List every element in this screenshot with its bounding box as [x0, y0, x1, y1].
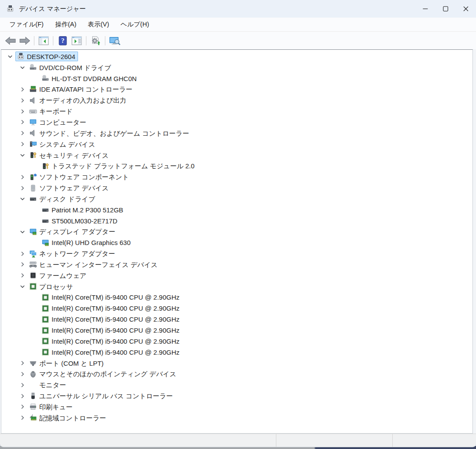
tree-item[interactable]: ソフトウェア デバイス	[1, 182, 472, 193]
chevron-right-icon[interactable]	[17, 370, 28, 378]
tree-item[interactable]: Intel(R) UHD Graphics 630	[1, 237, 472, 248]
tree-item[interactable]: ヒューマン インターフェイス デバイス	[1, 259, 472, 270]
back-button[interactable]	[4, 34, 18, 47]
close-button[interactable]	[456, 0, 476, 18]
chevron-down-icon[interactable]	[5, 53, 15, 60]
tree-item[interactable]: Intel(R) Core(TM) i5-9400 CPU @ 2.90GHz	[1, 303, 472, 314]
system-device-icon	[29, 140, 37, 148]
tree-item[interactable]: HL-DT-ST DVDRAM GHC0N	[1, 73, 472, 84]
chevron-right-icon[interactable]	[17, 141, 28, 148]
tree-item-body: サウンド、ビデオ、およびゲーム コントローラー	[28, 128, 192, 138]
tree-item[interactable]: システム デバイス	[1, 139, 472, 150]
hid-device-icon	[29, 260, 37, 268]
chevron-down-icon[interactable]	[17, 283, 28, 290]
console-tree-icon	[38, 36, 49, 45]
tree-item[interactable]: マウスとそのほかのポインティング デバイス	[1, 368, 472, 379]
tree-item[interactable]: サウンド、ビデオ、およびゲーム コントローラー	[1, 128, 472, 139]
tree-item[interactable]: 記憶域コントローラー	[1, 412, 472, 423]
chevron-right-icon[interactable]	[17, 261, 28, 268]
show-action-pane-button[interactable]	[70, 34, 84, 47]
tree-item-label: トラステッド プラットフォーム モジュール 2.0	[52, 163, 194, 169]
chevron-right-icon[interactable]	[17, 414, 28, 422]
chevron-right-icon[interactable]	[17, 360, 28, 367]
tree-item[interactable]: ソフトウェア コンポーネント	[1, 171, 472, 182]
tree-item-body: トラステッド プラットフォーム モジュール 2.0	[40, 161, 197, 171]
tree-item-body: システム デバイス	[28, 139, 98, 149]
tree-item[interactable]: Intel(R) Core(TM) i5-9400 CPU @ 2.90GHz	[1, 292, 472, 303]
tree-item[interactable]: ポート (COM と LPT)	[1, 358, 472, 369]
menu-file[interactable]: ファイル(F)	[4, 18, 49, 31]
tree-item-label: Intel(R) Core(TM) i5-9400 CPU @ 2.90GHz	[52, 316, 179, 323]
tree-item-label: オーディオの入力および出力	[39, 97, 126, 104]
tree-item-label: ソフトウェア デバイス	[39, 185, 109, 191]
tree-item[interactable]: ファームウェア	[1, 270, 472, 281]
network-adapter-icon	[29, 250, 37, 258]
tree-item[interactable]: コンピューター	[1, 117, 472, 128]
tree-item[interactable]: ユニバーサル シリアル バス コントローラー	[1, 390, 472, 401]
tree-item[interactable]: DVD/CD-ROM ドライブ	[1, 62, 472, 73]
tree-item[interactable]: ディスプレイ アダプター	[1, 226, 472, 237]
tree-item-label: システム デバイス	[39, 141, 95, 148]
chevron-right-icon[interactable]	[17, 130, 28, 137]
cpu-icon	[29, 282, 37, 290]
tree-item[interactable]: ネットワーク アダプター	[1, 248, 472, 259]
tree-item[interactable]: ST500LM030-2E717D	[1, 215, 472, 226]
chevron-right-icon[interactable]	[17, 184, 28, 192]
chevron-right-icon[interactable]	[17, 108, 28, 115]
content-area: DESKTOP-2604DVD/CD-ROM ドライブHL-DT-ST DVDR…	[0, 49, 476, 434]
chevron-right-icon[interactable]	[17, 85, 28, 93]
cd-drive-icon	[41, 74, 49, 82]
tree-item-body: マウスとそのほかのポインティング デバイス	[28, 369, 179, 379]
speaker-icon	[29, 96, 37, 104]
maximize-button[interactable]	[435, 0, 456, 18]
tree-item[interactable]: オーディオの入力および出力	[1, 95, 472, 106]
chevron-down-icon[interactable]	[17, 152, 28, 159]
chevron-down-icon[interactable]	[17, 228, 28, 235]
chevron-right-icon[interactable]	[17, 403, 28, 411]
chevron-right-icon[interactable]	[17, 250, 28, 257]
minimize-button[interactable]	[415, 0, 435, 18]
tree-item[interactable]: キーボード	[1, 106, 472, 117]
tree-item-label: ファームウェア	[39, 272, 86, 279]
menu-view[interactable]: 表示(V)	[82, 18, 115, 31]
tree-item[interactable]: IDE ATA/ATAPI コントローラー	[1, 84, 472, 95]
help-button[interactable]: ?	[56, 34, 70, 47]
tree-item[interactable]: Intel(R) Core(TM) i5-9400 CPU @ 2.90GHz	[1, 336, 472, 347]
tree-item[interactable]: 印刷キュー	[1, 401, 472, 412]
tree-item-label: ソフトウェア コンポーネント	[39, 174, 129, 180]
toolbar-divider	[34, 36, 34, 45]
tree-item[interactable]: トラステッド プラットフォーム モジュール 2.0	[1, 160, 472, 171]
chevron-right-icon[interactable]	[17, 381, 28, 389]
cpu-icon	[41, 348, 49, 356]
chevron-right-icon[interactable]	[17, 96, 28, 104]
forward-button[interactable]	[18, 34, 32, 47]
tree-item-body: Patriot M.2 P300 512GB	[40, 205, 126, 215]
software-device-icon	[29, 184, 37, 192]
tree-item[interactable]: Patriot M.2 P300 512GB	[1, 204, 472, 215]
chevron-right-icon[interactable]	[17, 272, 28, 279]
computer-search-button[interactable]	[108, 34, 122, 47]
menu-help[interactable]: ヘルプ(H)	[115, 18, 155, 31]
tree-item[interactable]: ディスク ドライブ	[1, 193, 472, 204]
chevron-spacer	[30, 315, 40, 323]
menu-action[interactable]: 操作(A)	[49, 18, 82, 31]
tree-item-label: 記憶域コントローラー	[39, 415, 106, 421]
cd-drive-icon	[29, 63, 37, 71]
scan-hardware-changes-button[interactable]	[89, 34, 103, 47]
chevron-down-icon[interactable]	[17, 64, 28, 71]
tree-item-body: DESKTOP-2604	[15, 52, 78, 61]
chevron-right-icon[interactable]	[17, 392, 28, 400]
tree-item-body: オーディオの入力および出力	[28, 96, 129, 105]
tree-item[interactable]: Intel(R) Core(TM) i5-9400 CPU @ 2.90GHz	[1, 325, 472, 336]
tree-item[interactable]: セキュリティ デバイス	[1, 150, 472, 161]
chevron-down-icon[interactable]	[17, 195, 28, 203]
tree-item[interactable]: Intel(R) Core(TM) i5-9400 CPU @ 2.90GHz	[1, 314, 472, 325]
show-console-tree-button[interactable]	[37, 34, 51, 47]
tree-item-label: ヒューマン インターフェイス デバイス	[39, 261, 158, 268]
tree-item[interactable]: モニター	[1, 379, 472, 390]
tree-item[interactable]: プロセッサ	[1, 281, 472, 292]
chevron-right-icon[interactable]	[17, 173, 28, 181]
tree-item[interactable]: DESKTOP-2604	[1, 51, 472, 62]
tree-item[interactable]: Intel(R) Core(TM) i5-9400 CPU @ 2.90GHz	[1, 347, 472, 358]
chevron-right-icon[interactable]	[17, 119, 28, 126]
